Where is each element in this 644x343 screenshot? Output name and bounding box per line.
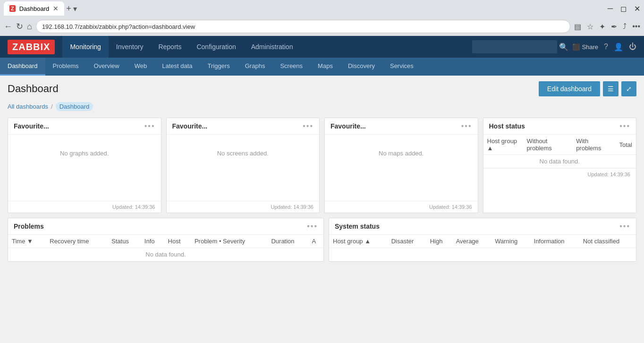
dashboard-row-1: Favourite... ••• No graphs added. Update… xyxy=(8,118,636,213)
right-column: System status ••• Host group ▲ Disaster … xyxy=(329,218,636,262)
dashboard-list-button[interactable]: ☰ xyxy=(603,81,619,96)
subnav-web[interactable]: Web xyxy=(127,58,155,76)
host-status-table: Host group ▲ Without problems With probl… xyxy=(483,135,636,168)
fav-screens-title: Favourite... xyxy=(172,122,208,130)
subnav-latest-data[interactable]: Latest data xyxy=(154,58,200,76)
subnav-problems[interactable]: Problems xyxy=(45,58,86,76)
top-navigation: ZABBIX Monitoring Inventory Reports Conf… xyxy=(0,36,644,58)
problems-col-host: Host xyxy=(164,235,191,248)
edit-dashboard-button[interactable]: Edit dashboard xyxy=(539,81,600,96)
subnav-graphs[interactable]: Graphs xyxy=(237,58,273,76)
system-status-col-disaster: Disaster xyxy=(388,235,426,248)
left-column: Problems ••• Time ▼ Recovery time Status xyxy=(8,218,324,262)
subnav-dashboard[interactable]: Dashboard xyxy=(0,58,45,76)
host-status-col-total: Total xyxy=(616,135,636,155)
sub-navigation: Dashboard Problems Overview Web Latest d… xyxy=(0,58,644,76)
nav-inventory[interactable]: Inventory xyxy=(109,36,151,58)
subnav-discovery[interactable]: Discovery xyxy=(340,58,382,76)
fav-graphs-footer: Updated: 14:39:36 xyxy=(8,201,161,213)
breadcrumb-current: Dashboard xyxy=(56,102,93,111)
nav-reports[interactable]: Reports xyxy=(151,36,189,58)
subnav-maps[interactable]: Maps xyxy=(310,58,340,76)
page-title: Dashboard xyxy=(8,83,59,95)
host-status-title: Host status xyxy=(489,122,525,130)
problems-no-data-row: No data found. xyxy=(8,248,323,261)
nav-configuration[interactable]: Configuration xyxy=(189,36,243,58)
system-status-col-information: Information xyxy=(530,235,579,248)
widget-host-status: Host status ••• Host group ▲ Without pro… xyxy=(483,118,637,213)
breadcrumb: All dashboards / Dashboard xyxy=(8,102,636,111)
host-status-no-data-row: No data found. xyxy=(483,155,636,168)
help-icon[interactable]: ? xyxy=(604,43,608,51)
tab-title: Dashboard xyxy=(19,5,50,12)
problems-col-status: Status xyxy=(108,235,141,248)
browser-tab[interactable]: Z Dashboard ✕ xyxy=(4,1,64,16)
fav-maps-title: Favourite... xyxy=(330,122,366,130)
host-status-menu[interactable]: ••• xyxy=(619,122,630,130)
search-input[interactable] xyxy=(472,40,557,53)
user-icon[interactable]: 👤 xyxy=(614,43,623,51)
minimize-button[interactable]: ─ xyxy=(608,4,613,13)
breadcrumb-all-dashboards[interactable]: All dashboards xyxy=(8,103,48,110)
fav-graphs-body: No graphs added. xyxy=(8,135,161,201)
system-status-title: System status xyxy=(335,223,380,230)
widget-fav-maps: Favourite... ••• No maps added. Updated:… xyxy=(324,118,478,213)
search-icon[interactable]: 🔍 xyxy=(559,43,568,51)
tab-favicon: Z xyxy=(9,5,16,12)
close-button[interactable]: ✕ xyxy=(634,4,640,13)
subnav-triggers[interactable]: Triggers xyxy=(200,58,237,76)
nav-monitoring[interactable]: Monitoring xyxy=(62,36,108,58)
share-button[interactable]: ⬛ Share xyxy=(572,43,598,51)
fav-graphs-title: Favourite... xyxy=(14,122,49,130)
problems-col-duration: Duration xyxy=(267,235,308,248)
home-button[interactable]: ⌂ xyxy=(27,22,32,32)
dashboard-row-2: Problems ••• Time ▼ Recovery time Status xyxy=(8,218,636,262)
share-icon[interactable]: ⤴ xyxy=(623,22,627,31)
collections-icon[interactable]: ✦ xyxy=(599,22,605,31)
fav-screens-footer: Updated: 14:39:36 xyxy=(167,201,320,213)
fav-screens-menu[interactable]: ••• xyxy=(303,122,314,130)
system-status-body: Host group ▲ Disaster High Average Warni… xyxy=(329,235,636,248)
address-text: 192.168.10.7/zabbix/zabbix.php?action=da… xyxy=(42,23,195,30)
refresh-button[interactable]: ↻ xyxy=(16,21,23,32)
add-tab-button[interactable]: + xyxy=(66,4,71,14)
fav-maps-menu[interactable]: ••• xyxy=(461,122,472,130)
fav-graphs-menu[interactable]: ••• xyxy=(144,122,155,130)
host-status-no-data: No data found. xyxy=(483,155,636,168)
host-status-header: Host status ••• xyxy=(483,118,636,135)
address-bar[interactable]: 192.168.10.7/zabbix/zabbix.php?action=da… xyxy=(36,20,570,33)
problems-col-problem: Problem • Severity xyxy=(191,235,268,248)
notes-icon[interactable]: ✒ xyxy=(611,22,617,31)
fav-maps-body: No maps added. xyxy=(325,135,478,201)
reader-mode-icon[interactable]: ▤ xyxy=(574,22,581,31)
host-status-col-without: Without problems xyxy=(523,135,572,155)
subnav-overview[interactable]: Overview xyxy=(86,58,127,76)
problems-table: Time ▼ Recovery time Status Info Host Pr… xyxy=(8,235,323,261)
system-status-col-high: High xyxy=(426,235,452,248)
subnav-screens[interactable]: Screens xyxy=(272,58,310,76)
problems-menu[interactable]: ••• xyxy=(307,222,318,231)
maximize-button[interactable]: ◻ xyxy=(620,4,627,13)
problems-header: Problems ••• xyxy=(8,218,323,235)
dashboard-grid: Favourite... ••• No graphs added. Update… xyxy=(8,118,636,262)
fav-graphs-no-data: No graphs added. xyxy=(14,140,155,166)
bookmark-icon[interactable]: ☆ xyxy=(587,22,593,31)
back-button[interactable]: ← xyxy=(4,22,12,32)
system-status-menu[interactable]: ••• xyxy=(619,222,630,231)
tab-close-icon[interactable]: ✕ xyxy=(53,5,59,12)
subnav-services[interactable]: Services xyxy=(382,58,421,76)
tab-menu-button[interactable]: ▾ xyxy=(73,4,77,13)
problems-col-recovery: Recovery time xyxy=(46,235,108,248)
system-status-col-group[interactable]: Host group ▲ xyxy=(329,235,388,248)
host-status-col-group[interactable]: Host group ▲ xyxy=(483,135,523,155)
widget-fav-graphs: Favourite... ••• No graphs added. Update… xyxy=(8,118,161,213)
power-icon[interactable]: ⏻ xyxy=(629,43,636,51)
settings-icon[interactable]: ••• xyxy=(632,22,640,31)
problems-col-time[interactable]: Time ▼ xyxy=(8,235,46,248)
widget-fav-maps-header: Favourite... ••• xyxy=(325,118,478,135)
page-header: Dashboard Edit dashboard ☰ ⤢ xyxy=(8,81,636,96)
nav-administration[interactable]: Administration xyxy=(244,36,301,58)
problems-title: Problems xyxy=(14,223,44,230)
problems-col-info: Info xyxy=(141,235,164,248)
fullscreen-button[interactable]: ⤢ xyxy=(621,81,636,96)
